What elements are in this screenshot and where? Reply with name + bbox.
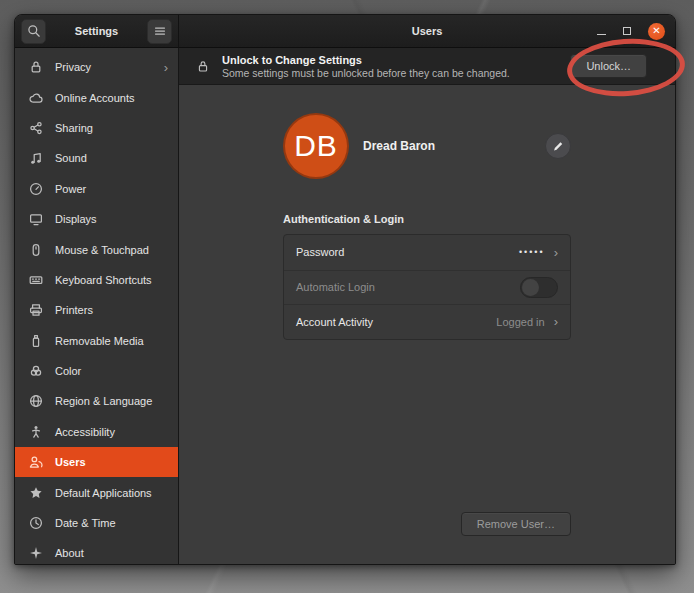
banner-text: Unlock to Change Settings Some settings … <box>222 54 510 79</box>
sidebar-item-removable-media[interactable]: Removable Media <box>15 326 178 356</box>
page-title: Users <box>412 25 443 37</box>
share-icon <box>28 120 44 136</box>
account-activity-row[interactable]: Account Activity Logged in › <box>284 304 570 339</box>
globe-icon <box>28 393 44 409</box>
sparkle-icon <box>28 545 44 561</box>
sidebar-title: Settings <box>50 25 143 37</box>
search-button[interactable] <box>21 19 46 44</box>
display-icon <box>28 211 44 227</box>
auth-section-title: Authentication & Login <box>283 213 571 225</box>
printer-icon <box>28 302 44 318</box>
sidebar-item-power[interactable]: Power <box>15 174 178 204</box>
account-activity-value: Logged in <box>496 316 544 328</box>
unlock-banner: Unlock to Change Settings Some settings … <box>179 48 675 85</box>
sidebar-item-region-language[interactable]: Region & Language <box>15 386 178 416</box>
hamburger-menu-icon <box>152 23 168 39</box>
sidebar: Privacy › Online Accounts Sharing <box>15 48 179 564</box>
clock-icon <box>28 515 44 531</box>
close-icon[interactable]: ✕ <box>648 23 665 40</box>
keyboard-icon <box>28 272 44 288</box>
sidebar-item-date-time[interactable]: Date & Time <box>15 508 178 538</box>
auth-group: Password ••••• › Automatic Login Account… <box>283 234 571 340</box>
sidebar-item-users[interactable]: Users <box>15 447 178 477</box>
chevron-right-icon: › <box>164 61 168 74</box>
chevron-right-icon: › <box>554 245 558 260</box>
window-controls: ✕ <box>597 15 665 47</box>
account-activity-label: Account Activity <box>296 316 496 328</box>
cloud-icon <box>28 90 44 106</box>
edit-name-button[interactable] <box>545 133 571 159</box>
sidebar-item-displays[interactable]: Displays <box>15 204 178 234</box>
automatic-login-label: Automatic Login <box>296 281 520 293</box>
users-icon <box>28 454 44 470</box>
power-icon <box>28 181 44 197</box>
password-label: Password <box>296 246 519 258</box>
password-row[interactable]: Password ••••• › <box>284 235 570 270</box>
minimize-icon[interactable] <box>597 34 606 36</box>
banner-title: Unlock to Change Settings <box>222 54 510 66</box>
search-icon <box>26 23 42 39</box>
sidebar-item-keyboard-shortcuts[interactable]: Keyboard Shortcuts <box>15 265 178 295</box>
user-name: Dread Baron <box>363 139 435 153</box>
spacer <box>283 340 571 513</box>
sidebar-item-about[interactable]: About <box>15 538 178 564</box>
sidebar-item-privacy[interactable]: Privacy › <box>15 52 178 82</box>
remove-user-button[interactable]: Remove User… <box>461 512 571 536</box>
removable-media-icon <box>28 333 44 349</box>
settings-window: Settings Users ✕ Privacy › <box>14 14 676 565</box>
chevron-right-icon: › <box>554 314 558 329</box>
sidebar-headerbar: Settings <box>15 15 179 48</box>
pencil-icon <box>550 140 566 153</box>
accessibility-icon <box>28 424 44 440</box>
sidebar-item-sound[interactable]: Sound <box>15 143 178 173</box>
banner-subtitle: Some settings must be unlocked before th… <box>222 67 510 79</box>
password-value: ••••• <box>519 247 545 257</box>
user-row: DB Dread Baron <box>283 113 571 179</box>
automatic-login-toggle[interactable] <box>520 277 558 298</box>
desktop-background: Settings Users ✕ Privacy › <box>0 0 694 593</box>
unlock-button[interactable]: Unlock… <box>570 54 647 78</box>
toggle-knob <box>522 279 539 296</box>
maximize-icon[interactable] <box>623 27 631 35</box>
automatic-login-row: Automatic Login <box>284 270 570 305</box>
sidebar-item-online-accounts[interactable]: Online Accounts <box>15 82 178 112</box>
main-panel: Unlock to Change Settings Some settings … <box>179 48 675 564</box>
sidebar-item-sharing[interactable]: Sharing <box>15 113 178 143</box>
sound-icon <box>28 150 44 166</box>
content-headerbar: Users ✕ <box>179 15 675 48</box>
mouse-icon <box>28 242 44 258</box>
users-content: DB Dread Baron Authentication & Login Pa… <box>179 85 675 564</box>
lock-icon <box>28 59 44 75</box>
sidebar-item-color[interactable]: Color <box>15 356 178 386</box>
sidebar-item-mouse-touchpad[interactable]: Mouse & Touchpad <box>15 234 178 264</box>
banner-lock-icon <box>195 59 211 74</box>
sidebar-item-printers[interactable]: Printers <box>15 295 178 325</box>
color-icon <box>28 363 44 379</box>
menu-button[interactable] <box>147 19 172 44</box>
sidebar-item-default-applications[interactable]: Default Applications <box>15 477 178 507</box>
sidebar-item-accessibility[interactable]: Accessibility <box>15 417 178 447</box>
star-icon <box>28 485 44 501</box>
avatar: DB <box>283 113 349 179</box>
